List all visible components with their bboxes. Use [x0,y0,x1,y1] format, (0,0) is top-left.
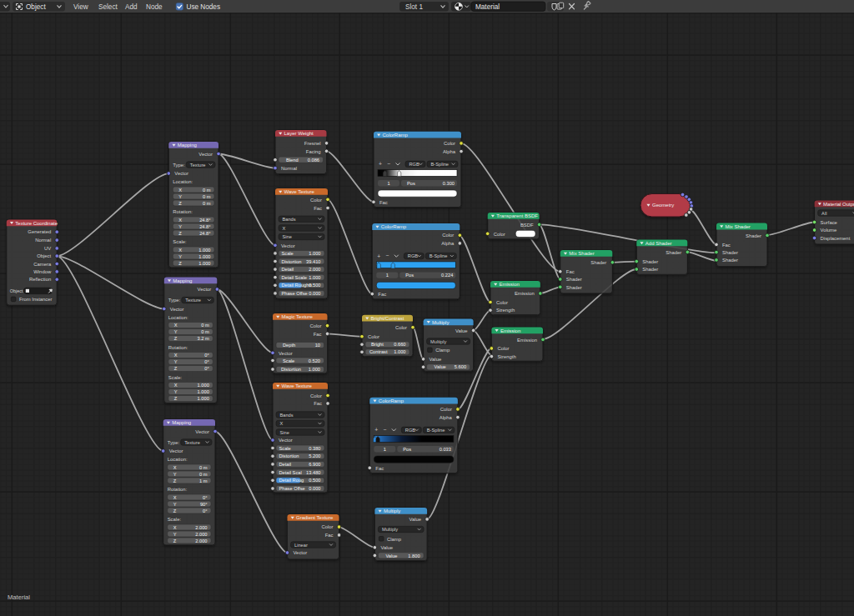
svg-text:Blend: Blend [286,158,299,163]
svg-text:Fresnel: Fresnel [304,141,321,146]
svg-text:0.500: 0.500 [309,478,320,483]
svg-text:Scale:: Scale: [173,239,187,244]
svg-text:Bands: Bands [280,413,294,418]
svg-text:Normal: Normal [281,166,297,171]
svg-text:X: X [174,383,178,388]
svg-text:1.000: 1.000 [309,251,320,256]
svg-text:Color: Color [395,325,407,330]
svg-text:24.8°: 24.8° [199,231,210,236]
svg-text:Y: Y [173,472,177,477]
svg-text:Fac: Fac [314,332,322,337]
svg-text:Color: Color [310,393,322,398]
svg-text:Mix Shader: Mix Shader [726,224,751,229]
svg-text:Scale:: Scale: [168,375,183,380]
svg-text:Strength: Strength [497,354,515,359]
svg-text:Y: Y [174,329,178,334]
svg-text:Sine: Sine [283,234,292,239]
svg-text:Y: Y [178,254,182,259]
svg-text:Shader: Shader [566,277,582,282]
svg-text:Emission: Emission [517,338,537,343]
svg-text:Vector: Vector [169,448,183,453]
svg-text:1.000: 1.000 [198,389,209,394]
svg-text:Detail: Detail [282,267,294,272]
svg-text:Shader: Shader [642,259,658,264]
svg-text:Slot 1: Slot 1 [405,3,423,11]
svg-text:Value: Value [455,328,468,333]
svg-text:Color: Color [444,141,455,146]
svg-text:Facing: Facing [306,149,321,154]
svg-text:Type:: Type: [168,440,180,445]
svg-text:10: 10 [315,343,320,348]
svg-text:24.8°: 24.8° [199,218,210,223]
svg-text:0°: 0° [204,359,208,364]
svg-text:Fac: Fac [566,269,575,274]
svg-text:Bright: Bright [371,342,384,347]
svg-text:Generated: Generated [28,229,51,234]
svg-text:Mapping: Mapping [178,143,197,148]
svg-text:Sine: Sine [280,430,289,435]
svg-text:Linear: Linear [294,543,308,548]
svg-text:Y: Y [178,224,182,229]
svg-text:Color: Color [321,524,333,529]
svg-text:Fac: Fac [378,292,386,297]
svg-text:Node: Node [146,3,163,11]
svg-text:Add Shader: Add Shader [646,241,672,246]
svg-text:Vector: Vector [294,550,308,555]
svg-text:1.000: 1.000 [198,248,210,253]
svg-text:Reflection: Reflection [29,277,51,282]
svg-text:Shader: Shader [722,250,738,255]
svg-text:0 m: 0 m [203,194,211,199]
svg-text:Object: Object [26,3,46,11]
svg-text:Scale: Scale [283,358,294,363]
svg-text:Shader: Shader [590,260,606,265]
svg-text:Contrast: Contrast [369,349,388,354]
svg-text:1.000: 1.000 [198,254,210,259]
svg-text:0.500: 0.500 [309,283,320,288]
svg-text:0 m: 0 m [201,323,209,328]
svg-text:0 m: 0 m [203,201,211,206]
svg-text:Pos: Pos [405,273,414,278]
svg-text:Distortion: Distortion [282,259,302,264]
svg-text:Scale: Scale [282,251,294,256]
svg-text:0.660: 0.660 [394,342,405,347]
svg-text:Value: Value [380,545,393,550]
svg-text:Object: Object [37,253,51,258]
svg-text:Color: Color [442,233,454,238]
svg-text:1 m: 1 m [199,478,208,483]
svg-text:1: 1 [387,181,389,186]
svg-text:Mapping: Mapping [173,278,192,283]
svg-text:Vector: Vector [198,287,212,292]
svg-text:Add: Add [125,3,138,11]
svg-text:Z: Z [174,366,178,371]
svg-text:0.000: 0.000 [309,486,320,491]
svg-text:RGB: RGB [409,162,420,167]
svg-text:Alpha: Alpha [440,415,453,420]
svg-text:Magic Texture: Magic Texture [282,314,314,319]
svg-text:Z: Z [174,336,178,341]
svg-text:Color: Color [309,323,321,328]
svg-text:Surface: Surface [821,220,838,225]
svg-text:Distortion: Distortion [279,453,299,458]
svg-text:Select: Select [98,3,118,11]
svg-text:1.000: 1.000 [394,349,405,354]
svg-text:Value: Value [435,364,446,369]
svg-text:1: 1 [384,447,386,452]
svg-text:X: X [173,525,177,530]
svg-text:Vector: Vector [279,438,293,443]
svg-text:Rotation:: Rotation: [173,209,193,214]
svg-text:2.000: 2.000 [309,267,320,272]
svg-text:Rotation:: Rotation: [168,487,188,492]
svg-text:Phase Offse: Phase Offse [279,486,305,491]
svg-text:Emission: Emission [500,282,520,287]
svg-text:Shader: Shader [666,250,681,255]
svg-text:Z: Z [178,261,182,266]
svg-text:0.086: 0.086 [308,158,319,163]
svg-text:Shader: Shader [642,267,658,272]
svg-text:Detail Scale: Detail Scale [282,275,307,280]
svg-text:0.033: 0.033 [440,447,451,452]
svg-text:X: X [174,353,178,358]
svg-text:Clamp: Clamp [387,537,402,542]
svg-text:Mix Shader: Mix Shader [569,251,594,256]
svg-text:Texture Coordinate: Texture Coordinate [15,221,58,226]
svg-text:Type:: Type: [168,298,181,303]
